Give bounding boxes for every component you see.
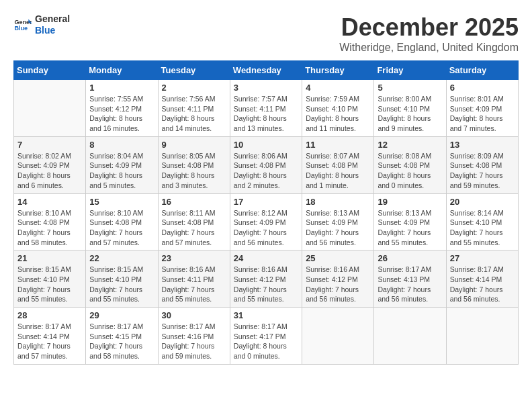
- day-info: Sunrise: 8:16 AM Sunset: 4:12 PM Dayligh…: [306, 265, 370, 304]
- day-info: Sunrise: 8:11 AM Sunset: 4:08 PM Dayligh…: [162, 208, 226, 248]
- day-number: 14: [17, 197, 82, 207]
- weekday-header: Friday: [374, 61, 446, 80]
- day-info: Sunrise: 8:07 AM Sunset: 4:08 PM Dayligh…: [306, 151, 370, 191]
- calendar-cell: 26Sunrise: 8:17 AM Sunset: 4:13 PM Dayli…: [374, 250, 446, 308]
- day-number: 20: [450, 197, 515, 207]
- day-info: Sunrise: 7:56 AM Sunset: 4:11 PM Dayligh…: [162, 94, 226, 134]
- day-info: Sunrise: 8:17 AM Sunset: 4:14 PM Dayligh…: [450, 265, 515, 304]
- day-info: Sunrise: 8:14 AM Sunset: 4:10 PM Dayligh…: [450, 208, 515, 248]
- day-number: 29: [89, 310, 154, 320]
- day-info: Sunrise: 8:04 AM Sunset: 4:09 PM Dayligh…: [89, 151, 154, 191]
- calendar-cell: 6Sunrise: 8:01 AM Sunset: 4:09 PM Daylig…: [446, 80, 518, 137]
- calendar-cell: 19Sunrise: 8:13 AM Sunset: 4:09 PM Dayli…: [374, 193, 446, 250]
- calendar-cell: 21Sunrise: 8:15 AM Sunset: 4:10 PM Dayli…: [14, 250, 86, 308]
- calendar-cell: 12Sunrise: 8:08 AM Sunset: 4:08 PM Dayli…: [374, 136, 446, 193]
- calendar-cell: 10Sunrise: 8:06 AM Sunset: 4:08 PM Dayli…: [230, 136, 302, 193]
- calendar-cell: 15Sunrise: 8:10 AM Sunset: 4:08 PM Dayli…: [86, 193, 158, 250]
- day-info: Sunrise: 8:00 AM Sunset: 4:10 PM Dayligh…: [378, 94, 442, 134]
- day-info: Sunrise: 8:09 AM Sunset: 4:08 PM Dayligh…: [450, 151, 515, 191]
- day-info: Sunrise: 8:02 AM Sunset: 4:09 PM Dayligh…: [17, 151, 82, 191]
- calendar-cell: 23Sunrise: 8:16 AM Sunset: 4:11 PM Dayli…: [158, 250, 230, 308]
- calendar-cell: 28Sunrise: 8:17 AM Sunset: 4:14 PM Dayli…: [14, 308, 86, 365]
- day-number: 22: [89, 253, 154, 263]
- day-info: Sunrise: 8:13 AM Sunset: 4:09 PM Dayligh…: [378, 208, 442, 248]
- calendar-cell: 9Sunrise: 8:05 AM Sunset: 4:08 PM Daylig…: [158, 136, 230, 193]
- day-number: 9: [162, 140, 226, 150]
- calendar-cell: 30Sunrise: 8:17 AM Sunset: 4:16 PM Dayli…: [158, 308, 230, 365]
- calendar-week-row: 14Sunrise: 8:10 AM Sunset: 4:08 PM Dayli…: [14, 193, 519, 250]
- calendar-cell: 3Sunrise: 7:57 AM Sunset: 4:11 PM Daylig…: [230, 80, 302, 137]
- day-number: 4: [306, 83, 370, 93]
- day-info: Sunrise: 8:10 AM Sunset: 4:08 PM Dayligh…: [89, 208, 154, 248]
- calendar-cell: 7Sunrise: 8:02 AM Sunset: 4:09 PM Daylig…: [14, 136, 86, 193]
- calendar-table: SundayMondayTuesdayWednesdayThursdayFrid…: [13, 60, 519, 365]
- day-number: 28: [17, 310, 82, 320]
- day-info: Sunrise: 8:17 AM Sunset: 4:15 PM Dayligh…: [89, 322, 154, 361]
- day-info: Sunrise: 8:17 AM Sunset: 4:14 PM Dayligh…: [17, 322, 82, 361]
- calendar-week-row: 21Sunrise: 8:15 AM Sunset: 4:10 PM Dayli…: [14, 250, 519, 308]
- day-info: Sunrise: 8:15 AM Sunset: 4:10 PM Dayligh…: [17, 265, 82, 304]
- calendar-header-row: SundayMondayTuesdayWednesdayThursdayFrid…: [14, 61, 519, 80]
- calendar-cell: 25Sunrise: 8:16 AM Sunset: 4:12 PM Dayli…: [302, 250, 374, 308]
- day-number: 17: [234, 197, 298, 207]
- day-info: Sunrise: 8:16 AM Sunset: 4:12 PM Dayligh…: [234, 265, 298, 304]
- calendar-week-row: 28Sunrise: 8:17 AM Sunset: 4:14 PM Dayli…: [14, 308, 519, 365]
- weekday-header: Thursday: [302, 61, 374, 80]
- day-number: 16: [162, 197, 226, 207]
- day-number: 15: [89, 197, 154, 207]
- calendar-cell: 8Sunrise: 8:04 AM Sunset: 4:09 PM Daylig…: [86, 136, 158, 193]
- day-number: 27: [450, 253, 515, 263]
- day-info: Sunrise: 8:15 AM Sunset: 4:10 PM Dayligh…: [89, 265, 154, 304]
- day-number: 25: [306, 253, 370, 263]
- day-info: Sunrise: 8:17 AM Sunset: 4:13 PM Dayligh…: [378, 265, 442, 304]
- day-info: Sunrise: 8:01 AM Sunset: 4:09 PM Dayligh…: [450, 94, 515, 134]
- calendar-cell: 31Sunrise: 8:17 AM Sunset: 4:17 PM Dayli…: [230, 308, 302, 365]
- weekday-header: Tuesday: [158, 61, 230, 80]
- day-number: 7: [17, 140, 82, 150]
- calendar-cell: 20Sunrise: 8:14 AM Sunset: 4:10 PM Dayli…: [446, 193, 518, 250]
- day-info: Sunrise: 8:17 AM Sunset: 4:16 PM Dayligh…: [162, 322, 226, 361]
- day-info: Sunrise: 8:06 AM Sunset: 4:08 PM Dayligh…: [234, 151, 298, 191]
- title-block: December 2025 Witheridge, England, Unite…: [339, 13, 519, 54]
- weekday-header: Saturday: [446, 61, 518, 80]
- calendar-cell: [374, 308, 446, 365]
- day-number: 6: [450, 83, 515, 93]
- day-info: Sunrise: 7:57 AM Sunset: 4:11 PM Dayligh…: [234, 94, 298, 134]
- day-number: 8: [89, 140, 154, 150]
- month-title: December 2025: [339, 13, 519, 42]
- day-number: 30: [162, 310, 226, 320]
- day-info: Sunrise: 8:12 AM Sunset: 4:09 PM Dayligh…: [234, 208, 298, 248]
- weekday-header: Monday: [86, 61, 158, 80]
- day-number: 12: [378, 140, 442, 150]
- day-number: 21: [17, 253, 82, 263]
- day-number: 3: [234, 83, 298, 93]
- calendar-cell: 13Sunrise: 8:09 AM Sunset: 4:08 PM Dayli…: [446, 136, 518, 193]
- day-info: Sunrise: 8:08 AM Sunset: 4:08 PM Dayligh…: [378, 151, 442, 191]
- calendar-cell: 16Sunrise: 8:11 AM Sunset: 4:08 PM Dayli…: [158, 193, 230, 250]
- day-info: Sunrise: 7:55 AM Sunset: 4:12 PM Dayligh…: [89, 94, 154, 134]
- day-number: 18: [306, 197, 370, 207]
- calendar-cell: 18Sunrise: 8:13 AM Sunset: 4:09 PM Dayli…: [302, 193, 374, 250]
- day-number: 13: [450, 140, 515, 150]
- logo: General Blue General Blue: [13, 13, 70, 36]
- svg-text:Blue: Blue: [14, 25, 28, 32]
- calendar-cell: 27Sunrise: 8:17 AM Sunset: 4:14 PM Dayli…: [446, 250, 518, 308]
- calendar-cell: 5Sunrise: 8:00 AM Sunset: 4:10 PM Daylig…: [374, 80, 446, 137]
- calendar-week-row: 1Sunrise: 7:55 AM Sunset: 4:12 PM Daylig…: [14, 80, 519, 137]
- calendar-cell: 17Sunrise: 8:12 AM Sunset: 4:09 PM Dayli…: [230, 193, 302, 250]
- day-info: Sunrise: 8:10 AM Sunset: 4:08 PM Dayligh…: [17, 208, 82, 248]
- calendar-cell: 29Sunrise: 8:17 AM Sunset: 4:15 PM Dayli…: [86, 308, 158, 365]
- calendar-cell: 24Sunrise: 8:16 AM Sunset: 4:12 PM Dayli…: [230, 250, 302, 308]
- day-number: 23: [162, 253, 226, 263]
- day-info: Sunrise: 8:16 AM Sunset: 4:11 PM Dayligh…: [162, 265, 226, 304]
- calendar-cell: 11Sunrise: 8:07 AM Sunset: 4:08 PM Dayli…: [302, 136, 374, 193]
- location: Witheridge, England, United Kingdom: [339, 42, 519, 54]
- calendar-cell: 22Sunrise: 8:15 AM Sunset: 4:10 PM Dayli…: [86, 250, 158, 308]
- day-number: 5: [378, 83, 442, 93]
- calendar-cell: [302, 308, 374, 365]
- weekday-header: Sunday: [14, 61, 86, 80]
- calendar-cell: [446, 308, 518, 365]
- logo-blue: Blue: [35, 25, 70, 36]
- calendar-cell: 4Sunrise: 7:59 AM Sunset: 4:10 PM Daylig…: [302, 80, 374, 137]
- day-info: Sunrise: 7:59 AM Sunset: 4:10 PM Dayligh…: [306, 94, 370, 134]
